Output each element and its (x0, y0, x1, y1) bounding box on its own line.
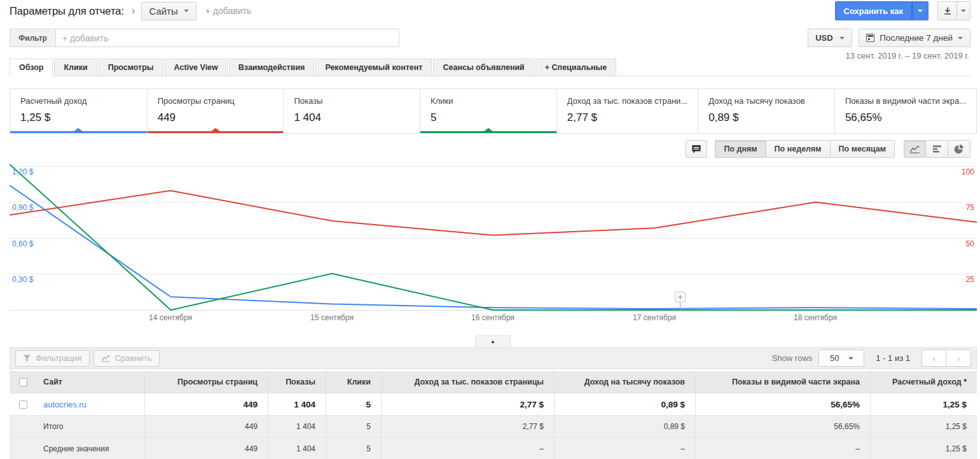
granularity-by-week[interactable]: По неделям (766, 140, 831, 158)
date-range-dropdown[interactable]: Последние 7 дней (859, 29, 970, 47)
tab-recommended-content[interactable]: Рекомендуемый контент (315, 59, 432, 76)
funnel-icon (23, 354, 31, 362)
chart-type-segmented-control (904, 140, 970, 158)
save-as-menu-button[interactable] (912, 1, 928, 20)
totals-row: Итого 449 1 404 5 2,77 $ 0,89 $ 56,65% 1… (10, 415, 977, 437)
avg-page-views: 449 (144, 438, 268, 459)
total-clicks: 5 (326, 416, 381, 437)
compare-button[interactable]: Сравнить (93, 350, 160, 367)
filter-input[interactable] (56, 29, 399, 47)
chart-controls: По дням По неделям По месяцам (686, 140, 970, 158)
avg-active-view: – (695, 438, 870, 459)
chart-type-pie-button[interactable] (948, 140, 970, 158)
page-title: Параметры для отчета: (10, 5, 124, 17)
report-table-section: Фильтрация Сравнить Show rows 50 1 - 1 и… (10, 347, 977, 459)
card-accent-spark (420, 131, 556, 133)
card-value: 0,89 $ (708, 111, 824, 124)
card-value: 56,65% (845, 111, 966, 124)
col-header-impressions[interactable]: Показы (268, 371, 326, 393)
select-all-checkbox[interactable] (19, 378, 27, 386)
row-checkbox[interactable] (19, 400, 27, 409)
chart-line-auto (10, 164, 977, 310)
save-as-button[interactable]: Сохранить как (835, 1, 912, 20)
card-page-views[interactable]: Просмотры страниц 449 (147, 89, 284, 133)
annotations-button[interactable] (686, 140, 707, 158)
col-header-page-views[interactable]: Просмотры страниц (144, 371, 268, 393)
chevron-down-icon (839, 37, 845, 39)
site-link[interactable]: autocries.ru (43, 400, 86, 409)
next-page-button[interactable]: › (946, 350, 971, 367)
x-axis-tick: 14 сентября (126, 313, 215, 322)
tab-views[interactable]: Просмотры (99, 59, 163, 76)
cell-impressions: 1 404 (268, 393, 326, 415)
table-row: autocries.ru 449 1 404 5 2,77 $ 0,89 $ 5… (10, 393, 977, 415)
avg-earnings: 1,25 $ (870, 438, 977, 459)
chevron-down-icon (918, 10, 923, 12)
total-impressions: 1 404 (268, 416, 326, 437)
currency-dropdown[interactable]: USD (808, 29, 852, 47)
tab-clicks[interactable]: Клики (54, 59, 97, 76)
card-impressions[interactable]: Показы 1 404 (283, 89, 420, 133)
chart-type-line-button[interactable] (904, 140, 926, 158)
card-active-view-viewable[interactable]: Показы в видимой части экра... 56,65% (834, 89, 976, 133)
tab-interactions[interactable]: Взаимодействия (229, 59, 315, 76)
filter-label: Фильтр (10, 29, 56, 47)
col-header-impression-rpm[interactable]: Доход на тысячу показов (554, 371, 695, 393)
tab-ad-sessions[interactable]: Сеансы объявлений (433, 59, 534, 76)
y-axis-right-tick: 100 (962, 167, 974, 176)
card-accent-spark (148, 131, 284, 133)
save-as-split-button: Сохранить как (835, 1, 928, 20)
chart-gridlines (10, 167, 977, 311)
overview-chart: 1,20 $ 0,90 $ 0,60 $ 0,30 $ 100 75 50 25… (10, 162, 977, 325)
add-annotation-button[interactable]: + (675, 292, 686, 302)
date-range-label: Последние 7 дней (880, 33, 953, 43)
chart-canvas[interactable] (10, 162, 977, 315)
rows-per-page-dropdown[interactable]: 50 (818, 350, 864, 367)
total-earnings: 1,25 $ (870, 416, 977, 437)
card-value: 5 (431, 111, 546, 124)
tab-active-view[interactable]: Active View (165, 59, 228, 76)
tab-overview[interactable]: Обзор (10, 59, 53, 76)
download-button[interactable] (937, 1, 957, 20)
download-menu-button[interactable] (957, 1, 970, 20)
card-value: 1 404 (294, 111, 410, 124)
add-parameter-link[interactable]: + добавить (205, 6, 251, 16)
col-header-site[interactable]: Сайт (37, 371, 144, 393)
pagination-info: 1 - 1 из 1 (876, 353, 910, 363)
x-axis-tick: 17 сентября (610, 313, 699, 322)
col-header-clicks[interactable]: Клики (326, 371, 381, 393)
card-estimated-earnings[interactable]: Расчетный доход 1,25 $ (10, 89, 147, 133)
comment-icon (691, 145, 701, 154)
filtration-label: Фильтрация (36, 353, 82, 363)
tab-custom[interactable]: + Специальные (535, 59, 616, 76)
granularity-by-day[interactable]: По дням (715, 140, 766, 158)
row-checkbox-cell (10, 393, 37, 415)
card-label: Клики (431, 96, 546, 106)
x-axis-tick: 16 сентября (448, 313, 537, 322)
show-rows-label: Show rows (772, 353, 813, 363)
report-scope-dropdown[interactable]: Сайты (141, 2, 196, 20)
compare-label: Сравнить (115, 353, 152, 363)
chevron-down-icon (848, 357, 853, 360)
chart-line-right (10, 190, 977, 235)
chart-type-bar-button[interactable] (926, 140, 948, 158)
col-header-page-rpm[interactable]: Доход за тыс. показов страницы (381, 371, 554, 393)
pager: ‹ › (921, 350, 971, 367)
chevron-down-icon (184, 10, 189, 12)
card-value: 1,25 $ (20, 111, 137, 124)
prev-page-button[interactable]: ‹ (921, 350, 946, 367)
chevron-down-icon (961, 10, 966, 12)
card-page-rpm[interactable]: Доход за тыс. показов страни... 2,77 $ (556, 89, 698, 133)
col-header-active-view[interactable]: Показы в видимой части экрана (695, 371, 870, 393)
filtration-button[interactable]: Фильтрация (15, 350, 90, 367)
collapse-chart-button[interactable]: ▲ (475, 335, 511, 347)
header-checkbox-cell (10, 371, 37, 393)
card-clicks[interactable]: Клики 5 (420, 89, 556, 133)
y-axis-right-tick: 50 (966, 239, 974, 248)
cell-earnings: 1,25 $ (870, 393, 977, 415)
col-header-earnings[interactable]: Расчетный доход * (870, 371, 977, 393)
granularity-by-month[interactable]: По месяцам (831, 140, 895, 158)
bar-chart-icon (932, 145, 942, 153)
card-impression-rpm[interactable]: Доход на тысячу показов 0,89 $ (698, 89, 834, 133)
total-page-views: 449 (144, 416, 268, 437)
